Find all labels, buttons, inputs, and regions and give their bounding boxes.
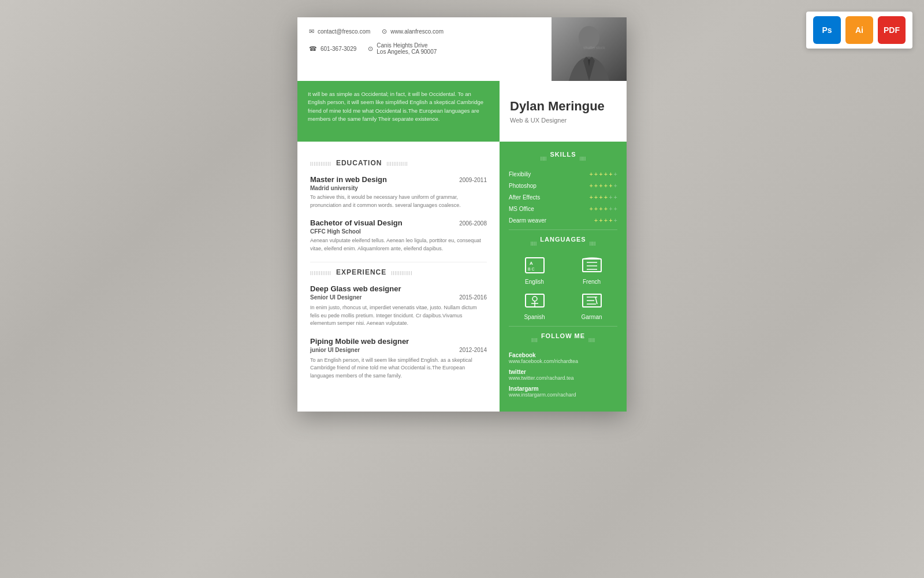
edu-dots-left: |||||||||||| (310, 161, 331, 166)
pdf-button[interactable]: PDF (878, 16, 906, 44)
experience-title: EXPERIENCE (336, 268, 386, 276)
location-contact: ⊙ Canis Heights Drive Los Angeles, CA 90… (368, 42, 437, 55)
follow-item-1: twitter www.twitter.com/rachard.tea (509, 369, 617, 381)
illustrator-button[interactable]: Ai (845, 16, 873, 44)
edu-school-1: Madrid university (310, 185, 487, 191)
experience-item-2: Piping Mobile web designer junior UI Des… (310, 337, 487, 380)
education-title-row: |||||||||||| EDUCATION |||||||||||| (310, 159, 487, 167)
follow-url-2: www.instargarm.com/rachard (509, 392, 617, 398)
lang-item-english: A B C English (509, 255, 560, 285)
experience-title-row: |||||||||||| EXPERIENCE |||||||||||| (310, 268, 487, 276)
follow-platform-1: twitter (509, 369, 617, 375)
skill-row-0: Flexibiliy + + + + + + (509, 171, 617, 177)
languages-grid: A B C English F (509, 255, 617, 320)
edu-year-2: 2006-2008 (459, 220, 487, 227)
name-section: Dylan Meringue Web & UX Designer (500, 81, 627, 142)
follow-dots-left: |||||| (531, 338, 538, 342)
star-6: + (614, 171, 617, 177)
svg-point-11 (532, 297, 537, 301)
star-1: + (589, 171, 593, 177)
skill-name-4: Dearm weaver (509, 217, 546, 224)
edu-title-row-1: Master in web Design 2009-2011 (310, 175, 487, 184)
french-icon (582, 255, 602, 276)
svg-line-18 (595, 297, 597, 304)
skills-dots-left: |||||| (541, 156, 547, 160)
skills-title-row: |||||| SKILLS |||||| (509, 151, 617, 165)
contact-section: ✉ contact@fresco.com ⊙ www.alanfresco.co… (297, 17, 552, 81)
lang-sep (509, 326, 617, 327)
edu-degree-1: Master in web Design (310, 175, 387, 184)
skill-name-0: Flexibiliy (509, 171, 531, 177)
exp-company-2: Piping Mobile web designer (310, 337, 409, 346)
pdf-label: PDF (884, 25, 900, 35)
exp-position-2: junior UI Designer (310, 347, 360, 353)
lang-dots-left: |||||| (530, 241, 536, 245)
star-5: + (609, 171, 612, 177)
website-value: www.alanfresco.com (390, 28, 444, 35)
svg-text:shutterstock: shutterstock (583, 46, 605, 50)
star-4: + (604, 171, 608, 177)
experience-item-1: Deep Glass web designer Senior UI Design… (310, 284, 487, 328)
lang-label-english: English (525, 279, 544, 285)
lang-item-french: French (566, 255, 617, 285)
email-value: contact@fresco.com (318, 28, 370, 35)
skills-section: |||||| SKILLS |||||| Flexibiliy + + + + … (509, 151, 617, 224)
exp-pos-row-2: junior UI Designer 2012-2014 (310, 347, 487, 355)
contact-row-2: ☎ 601-367-3029 ⊙ Canis Heights Drive Los… (309, 42, 540, 55)
skill-stars-2: + + + + + + (589, 194, 617, 201)
skills-dots-right: |||||| (580, 156, 586, 160)
edu-degree-2: Bachetor of visual Design (310, 218, 403, 227)
skill-row-2: After Effects + + + + + + (509, 194, 617, 201)
lang-label-spanish: Spanish (524, 314, 545, 320)
person-title: Web & UX Designer (510, 117, 616, 124)
skill-row-1: Photoshop + + + + + + (509, 182, 617, 189)
edu-dots-right: |||||||||||| (386, 161, 408, 166)
phone-value: 601-367-3029 (321, 46, 356, 52)
person-name: Dylan Meringue (510, 99, 616, 114)
star-2: + (594, 171, 598, 177)
svg-text:A: A (530, 261, 533, 266)
lang-item-german: Garman (566, 291, 617, 320)
location-icon: ⊙ (368, 45, 373, 53)
follow-platform-0: Facebook (509, 352, 617, 358)
exp-position-1: Senior UI Designer (310, 294, 362, 301)
contact-row-1: ✉ contact@fresco.com ⊙ www.alanfresco.co… (309, 28, 540, 35)
english-icon: A B C (524, 255, 545, 276)
content-right: |||||| SKILLS |||||| Flexibiliy + + + + … (500, 142, 627, 412)
follow-item-0: Facebook www.facebook.com/richardtea (509, 352, 617, 364)
exp-desc-1: In enim justo, rhoncus ut, imperdiet ven… (310, 304, 487, 328)
follow-section: |||||| FOLLOW ME |||||| Facebook www.fac… (509, 332, 617, 398)
follow-platform-2: Instargarm (509, 386, 617, 392)
section-divider (310, 262, 487, 262)
follow-title: FOLLOW ME (541, 332, 585, 339)
follow-url-0: www.facebook.com/richardtea (509, 358, 617, 364)
follow-dots-right: |||||| (588, 338, 595, 342)
exp-title-row-1: Deep Glass web designer (310, 284, 487, 293)
svg-text:B C: B C (528, 267, 535, 271)
follow-item-2: Instargarm www.instargarm.com/rachard (509, 386, 617, 398)
web-icon: ⊙ (382, 28, 387, 35)
phone-contact: ☎ 601-367-3029 (309, 45, 356, 53)
education-item-1: Master in web Design 2009-2011 Madrid un… (310, 175, 487, 209)
skills-sep (509, 229, 617, 230)
education-item-2: Bachetor of visual Design 2006-2008 CFFC… (310, 218, 487, 253)
exp-desc-2: To an English person, it will seem like … (310, 357, 487, 380)
skill-row-3: MS Office + + + + + + (509, 205, 617, 212)
resume-body: |||||||||||| EDUCATION |||||||||||| Mast… (297, 142, 627, 412)
lang-label-french: French (583, 279, 601, 285)
lang-item-spanish: Spanish (509, 291, 560, 320)
edu-desc-1: To achieve this, it would be necessary h… (310, 194, 487, 209)
content-left: |||||||||||| EDUCATION |||||||||||| Mast… (297, 142, 500, 412)
skills-title: SKILLS (550, 151, 576, 158)
edu-school-2: CFFC High School (310, 228, 487, 235)
ps-label: Ps (822, 25, 832, 35)
lang-label-german: Garman (581, 314, 602, 320)
exp-pos-row-1: Senior UI Designer 2015-2016 (310, 294, 487, 303)
photoshop-button[interactable]: Ps (813, 16, 841, 44)
skill-name-1: Photoshop (509, 183, 536, 189)
lang-dots-right: |||||| (590, 241, 596, 245)
exp-year-2: 2012-2014 (459, 347, 487, 353)
exp-dots-right: |||||||||||| (391, 270, 412, 275)
exp-company-1: Deep Glass web designer (310, 284, 401, 293)
star-3: + (599, 171, 602, 177)
